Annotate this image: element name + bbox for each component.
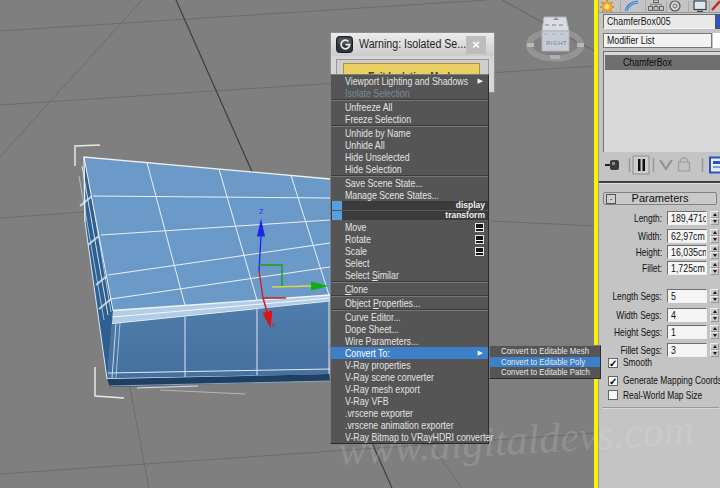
svg-text:RIGHT: RIGHT [546, 40, 567, 46]
svg-text:x: x [272, 320, 276, 329]
svg-text:z: z [259, 206, 264, 216]
